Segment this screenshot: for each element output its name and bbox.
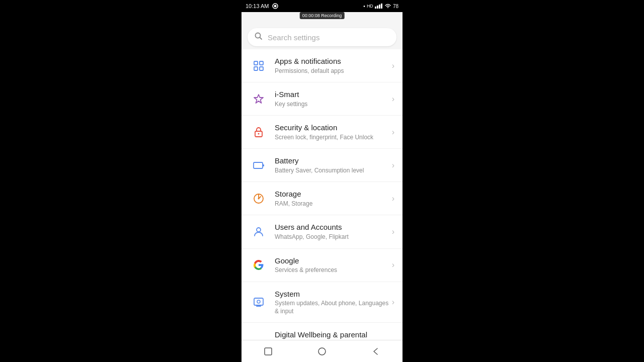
- security-location-title: Security & location: [275, 123, 392, 133]
- svg-point-21: [257, 300, 260, 303]
- settings-item-google[interactable]: Google Services & preferences ›: [242, 249, 403, 282]
- settings-item-security-location[interactable]: Security & location Screen lock, fingerp…: [242, 116, 403, 149]
- svg-marker-12: [254, 95, 263, 103]
- svg-rect-23: [265, 348, 272, 355]
- search-bar[interactable]: Search settings: [248, 28, 396, 46]
- svg-point-19: [257, 228, 261, 232]
- digital-wellbeing-text: Digital Wellbeing & parental controls Sc…: [275, 330, 392, 340]
- storage-title: Storage: [275, 189, 392, 199]
- svg-rect-4: [379, 5, 380, 9]
- apps-notifications-chevron: ›: [392, 61, 394, 70]
- google-title: Google: [275, 256, 392, 266]
- settings-list: Apps & notifications Permissions, defaul…: [242, 49, 403, 340]
- battery-text: Battery Battery Saver, Consumption level: [275, 156, 392, 174]
- i-smart-chevron: ›: [392, 95, 394, 104]
- settings-item-digital-wellbeing[interactable]: Digital Wellbeing & parental controls Sc…: [242, 323, 403, 340]
- apps-notifications-text: Apps & notifications Permissions, defaul…: [275, 56, 392, 75]
- apps-notifications-subtitle: Permissions, default apps: [275, 67, 392, 75]
- battery-icon: [250, 156, 268, 174]
- system-text: System System updates, About phone, Lang…: [275, 289, 392, 316]
- users-accounts-icon: [250, 223, 268, 241]
- security-location-chevron: ›: [392, 128, 394, 137]
- settings-item-storage[interactable]: Storage RAM, Storage ›: [242, 182, 403, 215]
- nav-home-button[interactable]: [313, 342, 331, 360]
- storage-icon: [250, 190, 268, 208]
- i-smart-title: i-Smart: [275, 89, 392, 100]
- security-location-subtitle: Screen lock, fingerprint, Face Unlock: [275, 134, 392, 142]
- phone-frame: 10:13 AM • HD 78 00:00:08 Recordin: [242, 0, 403, 362]
- svg-rect-3: [377, 6, 378, 9]
- status-right: • HD 78: [363, 4, 398, 9]
- svg-rect-5: [381, 4, 382, 9]
- svg-point-14: [258, 133, 260, 134]
- apps-notifications-title: Apps & notifications: [275, 56, 392, 66]
- settings-item-system[interactable]: System System updates, About phone, Lang…: [242, 282, 403, 323]
- storage-subtitle: RAM, Storage: [275, 200, 392, 208]
- dot-indicator: •: [363, 4, 365, 9]
- navigation-bar: [242, 340, 403, 362]
- record-icon: [272, 3, 278, 9]
- storage-chevron: ›: [392, 194, 394, 203]
- nav-recents-button[interactable]: [259, 342, 277, 360]
- signal-bars-icon: [375, 4, 383, 9]
- svg-line-7: [260, 38, 262, 40]
- svg-rect-11: [260, 67, 263, 70]
- svg-rect-16: [263, 164, 264, 166]
- users-accounts-text: Users and Accounts WhatsApp, Google, Fli…: [275, 222, 392, 241]
- svg-point-24: [318, 348, 326, 355]
- google-text: Google Services & preferences: [275, 256, 392, 275]
- status-left: 10:13 AM: [246, 3, 278, 9]
- system-chevron: ›: [392, 298, 394, 307]
- apps-notifications-icon: [250, 57, 268, 75]
- storage-text: Storage RAM, Storage: [275, 189, 392, 208]
- settings-item-users-accounts[interactable]: Users and Accounts WhatsApp, Google, Fli…: [242, 215, 403, 248]
- svg-rect-15: [254, 162, 263, 168]
- battery-subtitle: Battery Saver, Consumption level: [275, 167, 392, 175]
- battery-percent: 78: [393, 4, 398, 9]
- search-placeholder: Search settings: [268, 33, 319, 42]
- search-icon: [255, 32, 263, 42]
- users-accounts-title: Users and Accounts: [275, 222, 392, 232]
- i-smart-icon: [250, 90, 268, 108]
- svg-rect-10: [254, 67, 258, 70]
- users-accounts-chevron: ›: [392, 227, 394, 236]
- status-bar: 10:13 AM • HD 78: [242, 0, 403, 12]
- svg-point-1: [274, 5, 277, 8]
- i-smart-text: i-Smart Key settings: [275, 89, 392, 108]
- system-icon: [250, 293, 268, 311]
- settings-item-apps-notifications[interactable]: Apps & notifications Permissions, defaul…: [242, 49, 403, 82]
- svg-rect-8: [254, 61, 258, 65]
- system-subtitle: System updates, About phone, Languages &…: [275, 300, 392, 315]
- security-location-icon: [250, 123, 268, 141]
- google-chevron: ›: [392, 260, 394, 269]
- i-smart-subtitle: Key settings: [275, 101, 392, 109]
- settings-item-i-smart[interactable]: i-Smart Key settings ›: [242, 82, 403, 116]
- svg-point-18: [258, 198, 260, 199]
- signal-hd: HD: [367, 4, 373, 9]
- svg-rect-9: [260, 61, 263, 65]
- security-location-text: Security & location Screen lock, fingerp…: [275, 123, 392, 141]
- wifi-icon: [384, 4, 391, 9]
- svg-rect-20: [254, 298, 263, 305]
- time-display: 10:13 AM: [246, 3, 269, 9]
- settings-item-battery[interactable]: Battery Battery Saver, Consumption level…: [242, 149, 403, 182]
- svg-rect-2: [375, 7, 376, 9]
- digital-wellbeing-title: Digital Wellbeing & parental controls: [275, 330, 392, 340]
- battery-title: Battery: [275, 156, 392, 166]
- system-title: System: [275, 289, 392, 299]
- recording-badge: 00:00:08 Recording: [300, 12, 345, 19]
- users-accounts-subtitle: WhatsApp, Google, Flipkart: [275, 233, 392, 241]
- nav-back-button[interactable]: [367, 342, 385, 360]
- google-subtitle: Services & preferences: [275, 266, 392, 275]
- battery-chevron: ›: [392, 161, 394, 170]
- google-icon: [250, 256, 268, 274]
